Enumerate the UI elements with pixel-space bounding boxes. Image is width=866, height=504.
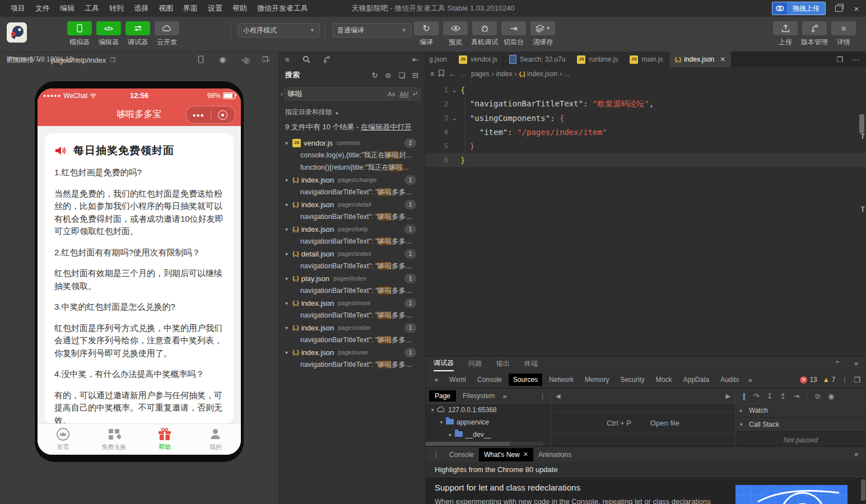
navigator-hscrollbar[interactable] bbox=[426, 442, 543, 446]
tabbar-item-首页[interactable]: 首页 bbox=[38, 424, 89, 455]
search-match-line[interactable]: navigationBarTitleText": "哆啦多多... bbox=[278, 211, 425, 223]
search-input[interactable] bbox=[287, 90, 388, 99]
menu-item-选择[interactable]: 选择 bbox=[129, 0, 153, 17]
devtools-tab-Console[interactable]: Console bbox=[473, 374, 506, 386]
close-drawer-tab-icon[interactable]: ✕ bbox=[523, 451, 528, 458]
watch-section[interactable]: ▸Watch bbox=[735, 404, 866, 418]
navigator-kebab-icon[interactable]: ⋮ bbox=[539, 392, 551, 400]
debugger-tab-输出[interactable]: 输出 bbox=[496, 356, 510, 371]
search-match-line[interactable]: navigationBarTitleText": "哆啦多多... bbox=[278, 260, 425, 272]
step-over-icon[interactable]: ↷ bbox=[753, 393, 760, 400]
toggle-调试器[interactable]: 调试器 bbox=[123, 21, 152, 47]
pause-script-icon[interactable]: ∥ bbox=[742, 393, 746, 400]
search-result-file[interactable]: ▾{..}detail.jsonpages\index1 bbox=[278, 248, 425, 260]
step-out-icon[interactable]: ↥ bbox=[780, 393, 786, 400]
collapse-sidebar-icon[interactable]: ⇤ bbox=[412, 56, 418, 63]
editor-tab-Search: 32.u7u[interactable]: Search: 32.u7u bbox=[504, 52, 571, 67]
debugger-tab-调试器[interactable]: 调试器 bbox=[434, 356, 454, 371]
action-版本管理[interactable]: 版本管理 bbox=[800, 21, 829, 47]
open-new-editor-icon[interactable]: ❏ bbox=[398, 72, 405, 79]
search-match-line[interactable]: navigationBarTitleText": "哆啦多多... bbox=[278, 358, 425, 371]
menu-item-微信开发者工具[interactable]: 微信开发者工具 bbox=[252, 0, 313, 17]
warning-badge[interactable]: ▲7 bbox=[823, 376, 836, 384]
callstack-section[interactable]: ▾Call Stack bbox=[735, 418, 866, 432]
menu-item-设置[interactable]: 设置 bbox=[203, 0, 227, 17]
toggle-编辑器[interactable]: </>编辑器 bbox=[94, 21, 123, 47]
tabbar-item-我的[interactable]: 我的 bbox=[190, 424, 241, 455]
drawer-tab-What's New[interactable]: What's New✕ bbox=[479, 448, 533, 461]
editor-scrollbar[interactable] bbox=[859, 114, 864, 133]
device-selector[interactable]: iPhone 6/7/8 100% 16▼ bbox=[0, 55, 80, 63]
error-badge[interactable]: ✕13 bbox=[800, 376, 817, 384]
devtools-kebab-icon[interactable]: ⋮ bbox=[841, 376, 848, 384]
more-devtools-tabs-icon[interactable]: » bbox=[748, 376, 752, 384]
scope-toggle[interactable]: 指定目录和排除▲ bbox=[278, 104, 425, 118]
pause-on-exceptions-icon[interactable]: ◉ bbox=[828, 393, 834, 400]
whole-word-icon[interactable]: Abl bbox=[399, 91, 408, 97]
search-match-line[interactable]: navigationBarTitleText": "哆啦多多... bbox=[278, 284, 425, 297]
more-menu-button[interactable]: ●●● bbox=[187, 112, 211, 118]
show-navigator-icon[interactable]: ◀ bbox=[556, 393, 560, 399]
window-restore-button[interactable] bbox=[834, 4, 844, 13]
navigator-tab-Page[interactable]: Page bbox=[429, 390, 456, 402]
action-清缓存[interactable]: ▼清缓存 bbox=[528, 21, 557, 47]
menu-item-项目[interactable]: 项目 bbox=[6, 0, 30, 17]
devtools-tab-Sources[interactable]: Sources bbox=[509, 374, 542, 386]
drawer-tab-Console[interactable]: Console bbox=[444, 448, 479, 461]
editor-tab-main.js[interactable]: JSmain.js bbox=[624, 52, 669, 67]
toggle-模拟器[interactable]: 模拟器 bbox=[65, 21, 94, 47]
window-close-button[interactable]: × bbox=[851, 4, 862, 13]
drawer-tab-Animations[interactable]: Animations bbox=[533, 448, 576, 461]
editor-tab-index.json[interactable]: {..}index.json✕ bbox=[669, 52, 732, 67]
action-详情[interactable]: ≡详情 bbox=[829, 21, 858, 47]
action-编译[interactable]: ↻编译 bbox=[412, 21, 441, 47]
menu-item-界面[interactable]: 界面 bbox=[178, 0, 203, 17]
search-match-line[interactable]: function(){return{title:"我正在哆啦... bbox=[278, 161, 425, 174]
devtools-tab-Security[interactable]: Security bbox=[616, 374, 649, 386]
devtools-tab-Audits[interactable]: Audits bbox=[716, 374, 743, 386]
debugger-tab-问题[interactable]: 问题 bbox=[468, 356, 482, 371]
menu-item-转到[interactable]: 转到 bbox=[104, 0, 129, 17]
mode-select[interactable]: 小程序模式▼ bbox=[238, 23, 320, 38]
action-真机调试[interactable]: 真机调试 bbox=[470, 21, 499, 47]
inspect-element-icon[interactable]: ⌖ bbox=[429, 375, 444, 385]
undock-icon[interactable]: ❐ bbox=[854, 376, 860, 384]
search-match-line[interactable]: navigationBarTitleText": "哆啦多多... bbox=[278, 309, 425, 321]
multiwindow-icon[interactable]: ❐ bbox=[262, 55, 268, 63]
open-file-label[interactable]: Open file bbox=[650, 419, 679, 427]
editor-tab-runtime.js[interactable]: JSruntime.js bbox=[571, 52, 624, 67]
devtools-tab-AppData[interactable]: AppData bbox=[678, 374, 714, 386]
menu-item-文件[interactable]: 文件 bbox=[30, 0, 55, 17]
refresh-search-icon[interactable]: ↻ bbox=[372, 72, 378, 79]
search-match-line[interactable]: navigationBarTitleText": "哆啦多多... bbox=[278, 186, 425, 198]
regex-icon[interactable]: ▪* bbox=[413, 91, 417, 97]
drawer-kebab-icon[interactable]: ⋮ bbox=[428, 450, 444, 459]
search-match-line[interactable]: navigationBarTitleText": "哆啦多多... bbox=[278, 334, 425, 346]
editor-tab-vendor.js[interactable]: JSvendor.js bbox=[453, 52, 504, 67]
more-navigator-tabs-icon[interactable]: » bbox=[502, 392, 506, 400]
devtools-tab-Memory[interactable]: Memory bbox=[580, 374, 613, 386]
breadcrumb-item[interactable]: pages bbox=[471, 70, 490, 78]
step-into-icon[interactable]: ↧ bbox=[766, 393, 772, 400]
action-切后台[interactable]: ⇥切后台 bbox=[499, 21, 528, 47]
device-icon[interactable] bbox=[198, 55, 204, 63]
explorer-icon[interactable]: ≡ bbox=[285, 56, 290, 63]
match-case-icon[interactable]: Aa bbox=[388, 91, 395, 97]
compile-mode-select[interactable]: 普通编译▼ bbox=[332, 23, 412, 38]
search-result-file[interactable]: ▾{..}play.jsonpages\index1 bbox=[278, 272, 425, 284]
collapse-panel-icon[interactable]: ⌃ bbox=[835, 360, 841, 367]
deactivate-breakpoints-icon[interactable]: ⊘ bbox=[814, 393, 821, 400]
editor-tab-g.json[interactable]: g.json bbox=[426, 52, 453, 67]
devtools-tab-Wxml[interactable]: Wxml bbox=[445, 374, 471, 386]
drag-upload-button[interactable]: 拖拽上传 bbox=[772, 2, 826, 15]
action-预览[interactable]: 预览 bbox=[441, 21, 470, 47]
outline-icon[interactable]: ≡ bbox=[430, 70, 434, 78]
drawer-scrollbar[interactable] bbox=[861, 479, 865, 501]
menu-item-编辑[interactable]: 编辑 bbox=[55, 0, 80, 17]
action-上传[interactable]: 上传 bbox=[771, 21, 800, 47]
nav-back-icon[interactable]: ← bbox=[449, 70, 455, 78]
exit-button[interactable] bbox=[211, 110, 235, 120]
editor-more-icon[interactable]: ⋯ bbox=[852, 56, 859, 63]
toggle-云开发[interactable]: 云开发 bbox=[152, 21, 181, 47]
breadcrumb-item[interactable]: ... bbox=[564, 70, 570, 78]
